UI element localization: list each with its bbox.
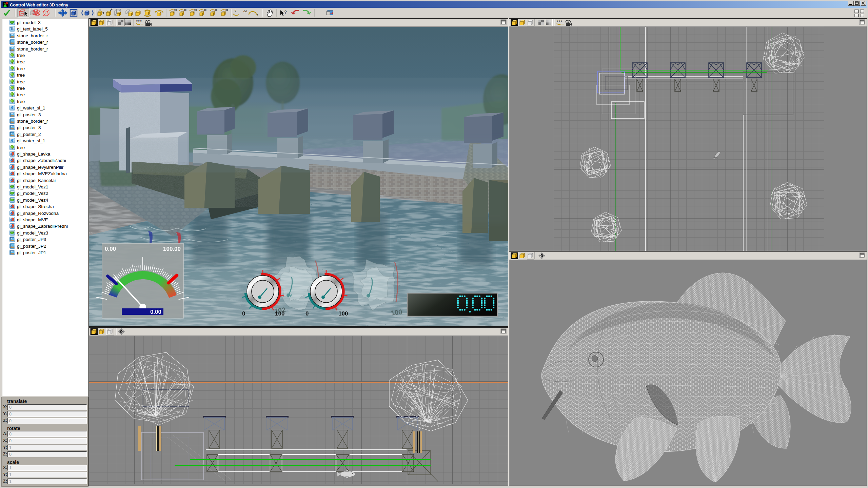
svg-text:0 0 0: 0 0 0	[136, 20, 142, 22]
svg-text:TL: TL	[10, 27, 14, 31]
svg-text:0.00: 0.00	[105, 246, 116, 252]
svg-text:100: 100	[390, 308, 402, 317]
svg-text:100: 100	[338, 310, 348, 317]
svg-text:0: 0	[305, 310, 309, 317]
svg-text:90: 90	[215, 9, 217, 11]
svg-text:90: 90	[225, 9, 228, 11]
svg-text:90: 90	[204, 9, 206, 11]
svg-text:100: 100	[275, 310, 284, 317]
svg-text:0.00: 0.00	[150, 309, 161, 315]
svg-text:90: 90	[174, 9, 177, 11]
svg-text:0 0 0: 0 0 0	[557, 20, 562, 22]
svg-text:0: 0	[235, 9, 236, 12]
svg-text:90: 90	[194, 9, 197, 11]
svg-text:0: 0	[242, 310, 245, 317]
svg-text:100.00: 100.00	[163, 246, 181, 252]
svg-text:G0: G0	[243, 10, 247, 13]
svg-text:0: 0	[257, 14, 258, 17]
svg-text:90: 90	[184, 9, 186, 11]
svg-text:?: ?	[284, 9, 287, 15]
